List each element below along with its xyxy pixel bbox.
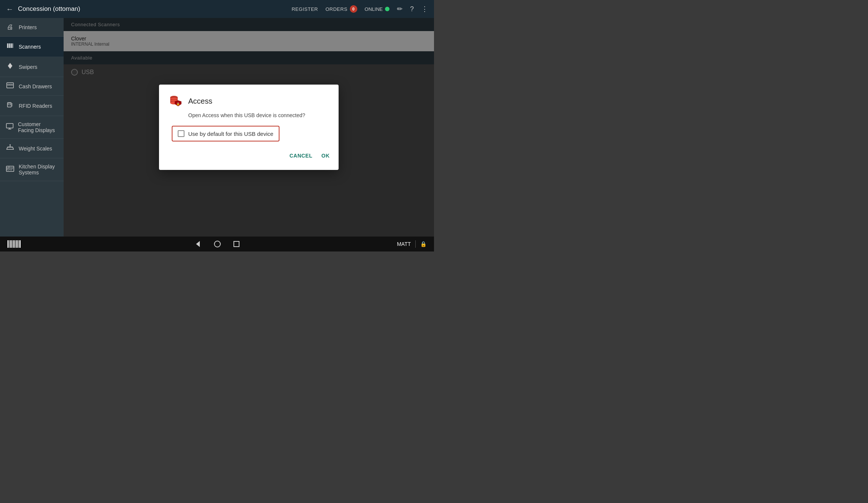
bottombar-divider	[415, 240, 416, 248]
pencil-icon[interactable]: ✏	[397, 5, 403, 13]
svg-rect-10	[9, 84, 11, 85]
svg-rect-2	[9, 43, 10, 48]
user-label: MATT	[397, 241, 411, 247]
access-icon: 🔒	[168, 94, 183, 109]
svg-rect-3	[10, 43, 10, 48]
svg-marker-51	[196, 241, 200, 247]
sidebar-item-customer-facing[interactable]: Customer Facing Displays	[0, 116, 64, 139]
orders-label: ORDERS	[326, 6, 348, 12]
svg-rect-47	[15, 240, 16, 248]
svg-marker-7	[8, 63, 12, 69]
svg-rect-31	[10, 170, 12, 170]
more-icon[interactable]: ⋮	[421, 5, 428, 13]
svg-rect-11	[11, 84, 13, 85]
svg-rect-46	[13, 240, 15, 248]
orders-count: 0	[350, 5, 357, 13]
online-indicator: ONLINE	[365, 6, 389, 12]
checkbox-label: Use by default for this USB device	[188, 131, 273, 137]
svg-rect-44	[10, 240, 12, 248]
svg-rect-48	[16, 240, 18, 248]
sidebar-item-cash-drawers[interactable]: Cash Drawers	[0, 77, 64, 96]
svg-rect-49	[18, 240, 19, 248]
cancel-button[interactable]: CANCEL	[290, 150, 312, 161]
nav-home-icon[interactable]	[214, 240, 221, 248]
sidebar-item-weight-scales[interactable]: Weight Scales	[0, 139, 64, 158]
help-icon[interactable]: ?	[410, 5, 414, 13]
ok-button[interactable]: OK	[321, 150, 330, 161]
sidebar-item-printers[interactable]: 🖨 Printers	[0, 18, 64, 37]
sidebar-item-kitchen-display[interactable]: Kitchen Display Systems	[0, 158, 64, 181]
sidebar-label-rfid: RFID Readers	[19, 103, 52, 109]
svg-line-22	[7, 147, 7, 149]
customer-display-icon	[6, 123, 13, 132]
svg-text:🔒: 🔒	[176, 102, 180, 106]
orders-badge[interactable]: ORDERS 0	[326, 5, 357, 13]
svg-rect-42	[7, 240, 9, 248]
use-by-default-checkbox[interactable]	[178, 130, 184, 137]
svg-rect-13	[8, 103, 10, 105]
svg-rect-6	[13, 43, 13, 48]
bottombar-right: MATT 🔒	[397, 240, 427, 248]
svg-rect-30	[10, 168, 13, 169]
lock-icon[interactable]: 🔒	[420, 241, 427, 247]
barcode-nav-icon	[7, 240, 21, 249]
sidebar-label-scanners: Scanners	[19, 44, 41, 50]
svg-rect-50	[19, 240, 21, 248]
dialog-header: 🔒 Access	[168, 94, 330, 109]
svg-rect-4	[11, 43, 12, 48]
sidebar-label-kitchen-display: Kitchen Display Systems	[19, 164, 58, 176]
sidebar-label-cash-drawers: Cash Drawers	[19, 83, 52, 89]
weight-scale-icon	[6, 144, 14, 153]
bottombar-left	[7, 240, 21, 249]
register-button[interactable]: REGISTER	[291, 6, 318, 12]
dialog-overlay: 🔒 Access Open Access when this USB devic…	[64, 18, 434, 237]
svg-rect-17	[6, 124, 13, 128]
dialog-actions: CANCEL OK	[168, 150, 330, 161]
svg-rect-5	[12, 43, 12, 48]
nav-back-icon[interactable]	[194, 240, 202, 248]
app-title: Concession (ottoman)	[18, 5, 291, 13]
sidebar-item-scanners[interactable]: Scanners	[0, 37, 64, 57]
back-button[interactable]: ←	[6, 5, 13, 13]
swiper-icon	[6, 62, 14, 71]
svg-rect-1	[8, 43, 9, 48]
online-dot	[385, 7, 389, 11]
dialog-checkbox-row[interactable]: Use by default for this USB device	[172, 126, 279, 141]
sidebar-label-printers: Printers	[19, 24, 37, 30]
topbar: ← Concession (ottoman) REGISTER ORDERS 0…	[0, 0, 434, 18]
svg-rect-43	[9, 240, 10, 248]
svg-rect-0	[7, 43, 8, 48]
online-label: ONLINE	[365, 6, 383, 12]
sidebar-label-swipers: Swipers	[19, 64, 37, 70]
svg-point-24	[10, 144, 11, 146]
bottombar: MATT 🔒	[0, 237, 434, 252]
access-dialog: 🔒 Access Open Access when this USB devic…	[159, 85, 339, 170]
nav-recents-icon[interactable]	[233, 241, 240, 247]
rfid-icon	[6, 101, 14, 110]
svg-rect-53	[234, 241, 239, 247]
svg-rect-29	[7, 168, 9, 170]
sidebar: 🖨 Printers Scanners	[0, 18, 64, 237]
kitchen-display-icon	[6, 166, 14, 174]
bottombar-center	[194, 240, 240, 248]
svg-rect-45	[12, 240, 13, 248]
content-area: Connected Scanners Clover INTERNAL Inter…	[64, 18, 434, 237]
sidebar-item-rfid[interactable]: RFID Readers	[0, 96, 64, 116]
scanner-icon	[6, 42, 14, 51]
dialog-title: Access	[188, 97, 212, 106]
main-layout: 🖨 Printers Scanners	[0, 18, 434, 237]
sidebar-item-swipers[interactable]: Swipers	[0, 57, 64, 77]
svg-point-52	[214, 241, 220, 247]
svg-rect-9	[7, 84, 9, 85]
svg-line-23	[13, 147, 13, 149]
sidebar-label-customer-facing: Customer Facing Displays	[18, 121, 58, 133]
printer-icon: 🖨	[6, 23, 14, 31]
sidebar-label-weight-scales: Weight Scales	[19, 146, 52, 152]
dialog-subtitle: Open Access when this USB device is conn…	[188, 112, 330, 118]
cash-drawer-icon	[6, 82, 14, 90]
topbar-right: REGISTER ORDERS 0 ONLINE ✏ ? ⋮	[291, 5, 428, 13]
